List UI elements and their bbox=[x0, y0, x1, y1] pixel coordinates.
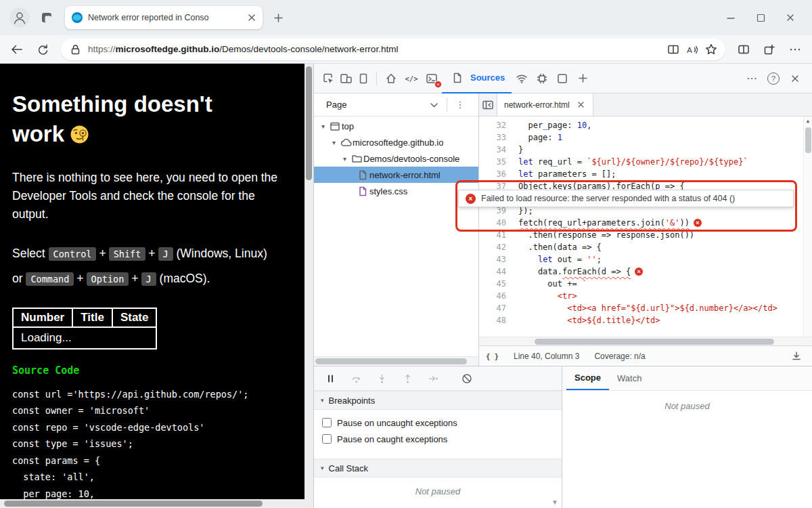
collections-icon[interactable] bbox=[762, 42, 777, 57]
immersive-reader-icon[interactable] bbox=[667, 43, 679, 56]
code-line-37[interactable]: 37Object.keys(params).forEach(p => { bbox=[479, 180, 812, 192]
inspect-element-button[interactable] bbox=[319, 70, 337, 87]
code-line-42[interactable]: 42 .then(data => { bbox=[479, 241, 812, 253]
line-number[interactable]: 38 bbox=[479, 192, 513, 205]
device-emulation-button[interactable] bbox=[337, 70, 355, 87]
code-line-46[interactable]: 46 <tr> bbox=[479, 290, 812, 302]
error-icon[interactable]: × bbox=[635, 268, 643, 276]
download-icon[interactable] bbox=[788, 347, 805, 365]
line-number[interactable]: 39 bbox=[479, 205, 513, 217]
scrollbar-thumb[interactable] bbox=[535, 339, 774, 345]
code-line-43[interactable]: 43 let out = ''; bbox=[479, 253, 812, 266]
editor-horizontal-scrollbar[interactable] bbox=[479, 337, 812, 345]
chevron-expanded-icon[interactable]: ▾ bbox=[340, 155, 350, 163]
tree-item-styles-css[interactable]: styles.css bbox=[314, 183, 478, 199]
breakpoints-section-header[interactable]: ▾ Breakpoints bbox=[314, 391, 562, 410]
split-screen-icon[interactable] bbox=[736, 42, 751, 57]
code-line-40[interactable]: 40fetch(req_url+parameters.join('&'))× bbox=[479, 217, 812, 229]
more-tabs-button[interactable] bbox=[572, 64, 593, 93]
tree-item-domain[interactable]: ▾ microsoftedge.github.io bbox=[314, 134, 478, 150]
line-number[interactable]: 34 bbox=[479, 144, 513, 156]
deactivate-breakpoints-button[interactable] bbox=[457, 370, 476, 387]
editor-tab-network-error-html[interactable]: network-error.html bbox=[497, 93, 593, 116]
tab-close-icon[interactable] bbox=[246, 12, 257, 23]
sidebar-horizontal-scrollbar[interactable] bbox=[314, 356, 478, 366]
navigator-toggle-icon[interactable] bbox=[479, 96, 497, 114]
address-bar[interactable]: https://microsoftedge.github.io/Demos/de… bbox=[61, 39, 725, 60]
code-line-34[interactable]: 34} bbox=[479, 144, 812, 156]
back-button[interactable] bbox=[9, 42, 24, 57]
page-vertical-scrollbar[interactable] bbox=[304, 64, 313, 508]
tab-scope[interactable]: Scope bbox=[566, 366, 609, 390]
line-number[interactable]: 44 bbox=[479, 266, 513, 278]
refresh-button[interactable] bbox=[35, 42, 50, 57]
favorites-star-icon[interactable] bbox=[705, 43, 717, 56]
focus-debuggee-button[interactable] bbox=[355, 70, 372, 87]
settings-menu-icon[interactable]: ⋯ bbox=[788, 42, 803, 57]
code-line-45[interactable]: 45 out += ` bbox=[479, 278, 812, 290]
code-line-41[interactable]: 41 .then(response => response.json()) bbox=[479, 229, 812, 241]
pause-button[interactable] bbox=[321, 370, 340, 387]
step-into-button[interactable] bbox=[372, 370, 391, 387]
url-text[interactable]: https://microsoftedge.github.io/Demos/de… bbox=[88, 44, 660, 54]
tab-console[interactable]: × bbox=[422, 64, 442, 93]
editor-vertical-scrollbar[interactable]: ▲ bbox=[803, 117, 812, 337]
code-line-35[interactable]: 35let req_url = `${url}/${owner}/${repo}… bbox=[479, 156, 812, 168]
tree-item-network-error-html[interactable]: network-error.html bbox=[314, 167, 478, 183]
error-icon[interactable]: × bbox=[694, 219, 702, 227]
line-number[interactable]: 45 bbox=[479, 278, 513, 290]
tab-network[interactable] bbox=[512, 64, 532, 93]
line-number[interactable]: 37 bbox=[479, 180, 513, 192]
chevron-expanded-icon[interactable]: ▾ bbox=[318, 123, 328, 130]
line-number[interactable]: 41 bbox=[479, 229, 513, 241]
tab-welcome[interactable] bbox=[381, 64, 401, 93]
line-number[interactable]: 48 bbox=[479, 314, 513, 326]
scrollbar-thumb[interactable] bbox=[4, 501, 263, 507]
code-line-39[interactable]: 39}); bbox=[479, 205, 812, 217]
editor-tab-close-icon[interactable] bbox=[577, 100, 586, 110]
devtools-close-button[interactable] bbox=[786, 70, 804, 87]
scroll-down-arrow[interactable]: ▼ bbox=[551, 499, 558, 506]
window-close-button[interactable] bbox=[775, 5, 805, 30]
tree-item-top[interactable]: ▾ top bbox=[314, 118, 478, 134]
step-out-button[interactable] bbox=[398, 370, 417, 387]
code-line-44[interactable]: 44 data.forEach(d => {× bbox=[479, 266, 812, 278]
lock-icon[interactable] bbox=[69, 43, 81, 56]
line-number[interactable]: 47 bbox=[479, 302, 513, 314]
read-aloud-icon[interactable]: A bbox=[686, 43, 698, 56]
line-number[interactable]: 43 bbox=[479, 253, 513, 266]
workspaces-button[interactable] bbox=[38, 9, 55, 26]
scrollbar-thumb[interactable] bbox=[306, 66, 312, 180]
step-over-button[interactable] bbox=[346, 370, 365, 387]
tab-elements[interactable]: </> bbox=[401, 64, 422, 93]
tab-sources[interactable]: Sources bbox=[442, 64, 512, 93]
line-number[interactable]: 36 bbox=[479, 168, 513, 180]
line-number[interactable]: 40 bbox=[479, 217, 513, 229]
step-button[interactable] bbox=[424, 370, 443, 387]
minimize-button[interactable] bbox=[716, 5, 746, 30]
line-number[interactable]: 35 bbox=[479, 156, 513, 168]
line-number[interactable]: 32 bbox=[479, 119, 513, 131]
tab-application[interactable] bbox=[552, 64, 572, 93]
line-number[interactable]: 46 bbox=[479, 290, 513, 302]
code-line-48[interactable]: 48 <td>${d.title}</td> bbox=[479, 314, 812, 326]
browser-tab[interactable]: Network error reported in Conso bbox=[65, 6, 263, 29]
tab-memory[interactable] bbox=[532, 64, 552, 93]
chevron-expanded-icon[interactable]: ▾ bbox=[329, 139, 339, 146]
help-button[interactable]: ? bbox=[767, 72, 780, 85]
scroll-up-arrow[interactable]: ▲ bbox=[804, 117, 812, 126]
code-line-36[interactable]: 36let parameters = []; bbox=[479, 168, 812, 180]
pretty-print-button[interactable]: { } bbox=[486, 352, 499, 360]
tab-page[interactable]: Page bbox=[326, 100, 346, 110]
profile-avatar[interactable] bbox=[9, 7, 30, 28]
call-stack-section-header[interactable]: ▾ Call Stack bbox=[314, 459, 562, 478]
code-line-32[interactable]: 32 per_page: 10, bbox=[479, 119, 812, 131]
pause-uncaught-option[interactable]: Pause on uncaught exceptions bbox=[314, 415, 562, 431]
tab-watch[interactable]: Watch bbox=[609, 366, 650, 390]
code-line-47[interactable]: 47 <td><a href="${d.url}">${d.number}</a… bbox=[479, 302, 812, 314]
line-number[interactable]: 42 bbox=[479, 241, 513, 253]
pause-caught-option[interactable]: Pause on caught exceptions bbox=[314, 431, 562, 447]
pause-uncaught-checkbox[interactable] bbox=[322, 418, 332, 427]
line-number[interactable]: 33 bbox=[479, 131, 513, 144]
pause-caught-checkbox[interactable] bbox=[322, 434, 332, 444]
